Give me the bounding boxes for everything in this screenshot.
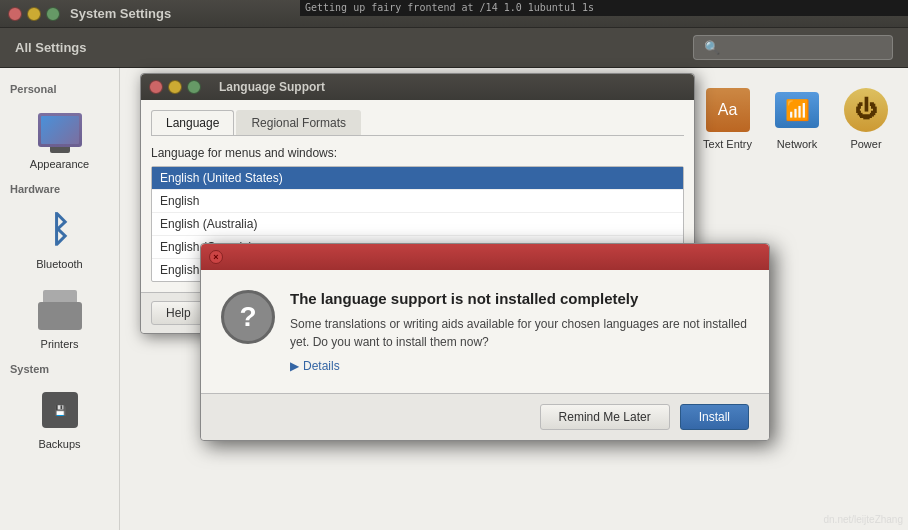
appearance-label: Appearance: [30, 158, 89, 170]
network-label: Network: [777, 138, 817, 150]
all-settings-button[interactable]: All Settings: [15, 40, 87, 55]
alert-title-bar: ×: [201, 244, 769, 270]
lang-minimize-button[interactable]: [168, 80, 182, 94]
terminal-overlay: Getting up fairy frontend at /14 1.0 1ub…: [300, 0, 908, 16]
text-entry-icon: Aa: [704, 86, 752, 134]
printers-label: Printers: [41, 338, 79, 350]
backups-label: Backups: [38, 438, 80, 450]
search-box: 🔍: [693, 35, 893, 60]
lang-item-en-au[interactable]: English (Australia): [152, 213, 683, 236]
sidebar: Personal Appearance Hardware ᛒ Bluetooth: [0, 68, 120, 530]
alert-details-toggle[interactable]: ▶ Details: [290, 359, 749, 373]
main-content: Personal Appearance Hardware ᛒ Bluetooth: [0, 68, 908, 530]
sidebar-item-bluetooth[interactable]: ᛒ Bluetooth: [0, 198, 119, 278]
remind-later-button[interactable]: Remind Me Later: [540, 404, 670, 430]
network-icon: 📶: [773, 86, 821, 134]
backups-icon: 💾: [36, 386, 84, 434]
lang-list-label: Language for menus and windows:: [151, 146, 684, 160]
lang-window-controls: [149, 80, 201, 94]
install-button[interactable]: Install: [680, 404, 749, 430]
tab-language[interactable]: Language: [151, 110, 234, 135]
lang-close-button[interactable]: [149, 80, 163, 94]
alert-dialog: × ? The language support is not installe…: [200, 243, 770, 441]
window-controls: [8, 7, 60, 21]
text-entry-item[interactable]: Aa Text Entry: [695, 78, 760, 158]
alert-buttons: Remind Me Later Install: [201, 393, 769, 440]
lang-item-en-us[interactable]: English (United States): [152, 167, 683, 190]
alert-body: ? The language support is not installed …: [201, 270, 769, 393]
top-bar: All Settings 🔍: [0, 28, 908, 68]
lang-maximize-button[interactable]: [187, 80, 201, 94]
search-icon: 🔍: [704, 40, 720, 55]
alert-body-text: Some translations or writing aids availa…: [290, 315, 749, 351]
alert-close-button[interactable]: ×: [209, 250, 223, 264]
power-label: Power: [850, 138, 881, 150]
sidebar-item-appearance[interactable]: Appearance: [0, 98, 119, 178]
right-content: Aa Text Entry 📶 Network ⏻ Power: [120, 68, 908, 530]
lang-window-title: Language Support: [219, 80, 325, 94]
watermark: dn.net/leijteZhang: [823, 514, 903, 525]
power-item[interactable]: ⏻ Power: [834, 78, 898, 158]
personal-section-label: Personal: [0, 78, 119, 98]
alert-text-area: The language support is not installed co…: [290, 290, 749, 373]
bluetooth-icon: ᛒ: [36, 206, 84, 254]
sidebar-item-backups[interactable]: 💾 Backups: [0, 378, 119, 458]
power-icon: ⏻: [842, 86, 890, 134]
system-section-label: System: [0, 358, 119, 378]
lang-tabs: Language Regional Formats: [151, 110, 684, 136]
tab-regional[interactable]: Regional Formats: [236, 110, 361, 135]
sidebar-item-printers[interactable]: Printers: [0, 278, 119, 358]
bluetooth-label: Bluetooth: [36, 258, 82, 270]
alert-question-icon: ?: [221, 290, 275, 344]
lang-item-en[interactable]: English: [152, 190, 683, 213]
lang-title-bar: Language Support: [141, 74, 694, 100]
network-item[interactable]: 📶 Network: [765, 78, 829, 158]
settings-grid-partial: Aa Text Entry 📶 Network ⏻ Power: [695, 78, 898, 158]
lang-help-button[interactable]: Help: [151, 301, 206, 325]
hardware-section-label: Hardware: [0, 178, 119, 198]
window-title: System Settings: [70, 6, 171, 21]
details-triangle-icon: ▶: [290, 359, 299, 373]
maximize-button[interactable]: [46, 7, 60, 21]
close-button[interactable]: [8, 7, 22, 21]
printer-icon: [36, 286, 84, 334]
appearance-icon: [36, 106, 84, 154]
text-entry-label: Text Entry: [703, 138, 752, 150]
alert-title-text: The language support is not installed co…: [290, 290, 749, 307]
minimize-button[interactable]: [27, 7, 41, 21]
